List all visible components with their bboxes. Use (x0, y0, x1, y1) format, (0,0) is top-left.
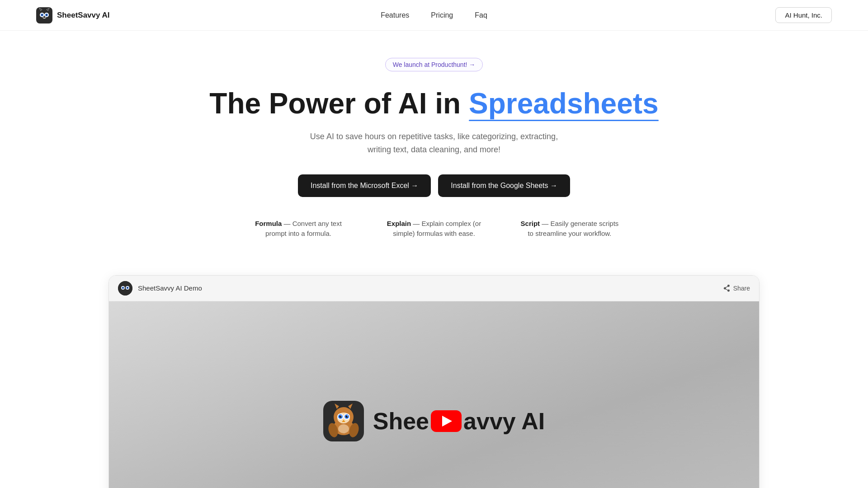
hero-section: We launch at Producthunt! → The Power of… (0, 31, 868, 275)
nav-links: Features Pricing Faq (381, 11, 487, 19)
play-triangle-icon (442, 416, 452, 427)
video-center-content: Shee avvy AI (323, 401, 545, 441)
feature-tag-script: Script — Easily generate scripts to stre… (520, 219, 619, 239)
nav-link-pricing[interactable]: Pricing (431, 11, 453, 19)
feature-tag-formula: Formula — Convert any text prompt into a… (249, 219, 348, 239)
hero-buttons: Install from the Microsoft Excel → Insta… (298, 174, 570, 197)
video-body[interactable]: Shee avvy AI (109, 301, 759, 488)
svg-point-14 (123, 287, 123, 288)
video-share-button[interactable]: Share (723, 285, 750, 292)
video-brand-row: Shee avvy AI (323, 401, 545, 441)
video-topbar-left: SheetSavvy AI Demo (118, 281, 202, 296)
svg-rect-0 (36, 7, 52, 23)
video-brand-name: Shee avvy AI (373, 408, 545, 435)
nav-cta-button[interactable]: AI Hunt, Inc. (775, 7, 832, 23)
video-section: SheetSavvy AI Demo Share (0, 275, 868, 488)
logo-text: SheetSavvy AI (57, 11, 110, 20)
navbar: SheetSavvy AI Features Pricing Faq AI Hu… (0, 0, 868, 31)
hero-subtitle: Use AI to save hours on repetitive tasks… (307, 130, 561, 156)
feature-tags: Formula — Convert any text prompt into a… (249, 219, 619, 239)
svg-point-15 (127, 287, 128, 288)
svg-rect-9 (118, 281, 132, 296)
video-bg-gradient (109, 301, 759, 488)
video-channel-name: SheetSavvy AI Demo (138, 284, 202, 292)
video-container: SheetSavvy AI Demo Share (108, 275, 760, 488)
launch-badge[interactable]: We launch at Producthunt! → (385, 58, 483, 71)
logo-icon (36, 7, 52, 23)
video-owl-icon (323, 401, 364, 441)
logo-link[interactable]: SheetSavvy AI (36, 7, 110, 23)
hero-title: The Power of AI in Spreadsheets (209, 88, 658, 119)
svg-point-26 (340, 415, 341, 416)
share-icon (723, 285, 731, 292)
svg-point-27 (347, 415, 348, 416)
youtube-play-button[interactable] (431, 410, 462, 432)
hero-title-accent: Spreadsheets (469, 88, 659, 119)
install-sheets-button[interactable]: Install from the Google Sheets → (438, 174, 570, 197)
video-topbar: SheetSavvy AI Demo Share (109, 276, 759, 301)
nav-link-faq[interactable]: Faq (475, 11, 487, 19)
install-excel-button[interactable]: Install from the Microsoft Excel → (298, 174, 431, 197)
nav-link-features[interactable]: Features (381, 11, 409, 19)
feature-tag-explain: Explain — Explain complex (or simple) fo… (384, 219, 484, 239)
svg-point-6 (46, 14, 47, 15)
video-channel-icon (118, 281, 132, 296)
svg-point-33 (338, 424, 349, 433)
svg-point-5 (42, 14, 43, 15)
